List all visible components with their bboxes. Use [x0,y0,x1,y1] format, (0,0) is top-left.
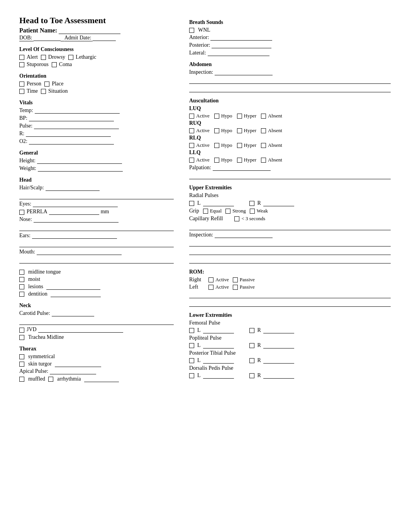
cb-capillary-3sec[interactable] [234,216,239,221]
cb-drowsy[interactable] [41,55,46,60]
cb-ruq-hypo[interactable] [214,128,219,133]
cb-rom-right-passive[interactable] [233,277,238,282]
input-apical[interactable] [50,368,96,374]
input-perrla[interactable] [49,209,99,215]
cb-midline-tongue[interactable] [19,270,24,275]
patient-name-field[interactable] [59,28,120,34]
cb-rom-left-passive[interactable] [233,285,238,290]
label-rlq-hypo: Hypo [221,142,232,148]
cb-rlq-active[interactable] [189,143,194,148]
cb-luq-hypo[interactable] [214,114,219,119]
input-lesions[interactable] [46,284,100,290]
input-weight[interactable] [38,165,123,172]
cb-luq-absent[interactable] [261,114,266,119]
input-o2[interactable] [29,138,114,144]
cb-llq-absent[interactable] [261,158,266,163]
input-radial-l[interactable] [203,200,234,206]
cb-post-tibial-r[interactable] [249,358,254,363]
input-bp[interactable] [29,115,114,121]
cb-jvd[interactable] [19,328,24,333]
input-palpation[interactable] [213,165,271,171]
input-lateral[interactable] [208,50,269,56]
input-r[interactable] [26,131,111,137]
cb-muffled[interactable] [19,377,24,382]
input-mouth[interactable] [37,249,122,255]
cb-person[interactable] [19,82,24,87]
cb-post-tibial-l[interactable] [189,358,194,363]
cb-ruq-active[interactable] [189,128,194,133]
input-nose[interactable] [34,216,119,223]
cb-stuporous[interactable] [19,62,24,67]
input-radial-r[interactable] [263,200,294,206]
input-ears[interactable] [32,233,117,239]
input-arrhythmia[interactable] [84,376,119,382]
cb-perrla[interactable] [19,210,24,215]
input-femoral-r[interactable] [263,327,294,333]
cb-wnl[interactable] [189,28,194,33]
cb-alert[interactable] [19,55,24,60]
input-carotid[interactable] [52,310,94,316]
field-pulse: Pulse: [19,123,174,129]
cb-luq-hyper[interactable] [237,114,242,119]
cb-rom-left-active[interactable] [208,285,213,290]
label-trachea: Trachea Midline [28,334,64,340]
cb-place[interactable] [44,82,49,87]
cb-llq-hyper[interactable] [237,158,242,163]
cb-skin-turgor[interactable] [19,362,24,367]
input-hairscalp[interactable] [46,185,100,191]
cb-coma[interactable] [52,62,57,67]
cb-rom-right-active[interactable] [208,277,213,282]
input-jvd[interactable] [38,326,123,333]
input-ue-inspection[interactable] [215,232,273,238]
input-femoral-l[interactable] [203,327,234,333]
rom-line2 [189,300,391,307]
cb-arrhythmia[interactable] [48,377,53,382]
cb-lesions[interactable] [19,284,24,289]
input-dorsalis-r[interactable] [263,372,294,379]
input-posterior[interactable] [212,42,271,48]
cb-situation[interactable] [41,89,46,94]
input-anterior[interactable] [210,34,272,41]
cb-symmetrical[interactable] [19,354,24,359]
admit-field[interactable] [93,35,116,41]
cb-llq-hypo[interactable] [214,158,219,163]
input-popliteal-r[interactable] [263,342,294,348]
input-popliteal-l[interactable] [203,342,234,348]
cb-ruq-absent[interactable] [261,128,266,133]
cb-trachea[interactable] [19,335,24,340]
cb-rlq-absent[interactable] [261,143,266,148]
input-skin-turgor[interactable] [55,361,101,367]
field-bp: BP: [19,115,174,121]
cb-moist[interactable] [19,277,24,282]
cb-radial-l[interactable] [189,201,194,206]
cb-grip-strong[interactable] [225,209,230,214]
input-post-tibial-r[interactable] [263,357,294,364]
cb-rlq-hyper[interactable] [237,143,242,148]
cb-femoral-r[interactable] [249,328,254,333]
input-temp[interactable] [35,107,120,114]
input-post-tibial-l[interactable] [203,357,234,364]
cb-popliteal-r[interactable] [249,343,254,348]
input-pulse[interactable] [34,123,119,129]
cb-luq-active[interactable] [189,114,194,119]
cb-radial-r[interactable] [249,201,254,206]
dob-field[interactable] [34,35,61,41]
cb-lethargic[interactable] [68,55,73,60]
cb-rlq-hypo[interactable] [214,143,219,148]
cb-dorsalis-l[interactable] [189,373,194,378]
palp-line [189,172,391,179]
cb-dentition[interactable] [19,292,24,297]
cb-grip-weak[interactable] [250,209,255,214]
input-eyes[interactable] [33,201,118,207]
cb-ruq-hyper[interactable] [237,128,242,133]
input-abdomen-inspection[interactable] [215,69,273,75]
cb-femoral-l[interactable] [189,328,194,333]
cb-llq-active[interactable] [189,158,194,163]
cb-time[interactable] [19,89,24,94]
cb-dorsalis-r[interactable] [249,373,254,378]
cb-grip-equal[interactable] [203,209,208,214]
input-dentition[interactable] [51,291,101,297]
input-dorsalis-l[interactable] [203,372,234,379]
input-height[interactable] [37,158,122,164]
cb-popliteal-l[interactable] [189,343,194,348]
